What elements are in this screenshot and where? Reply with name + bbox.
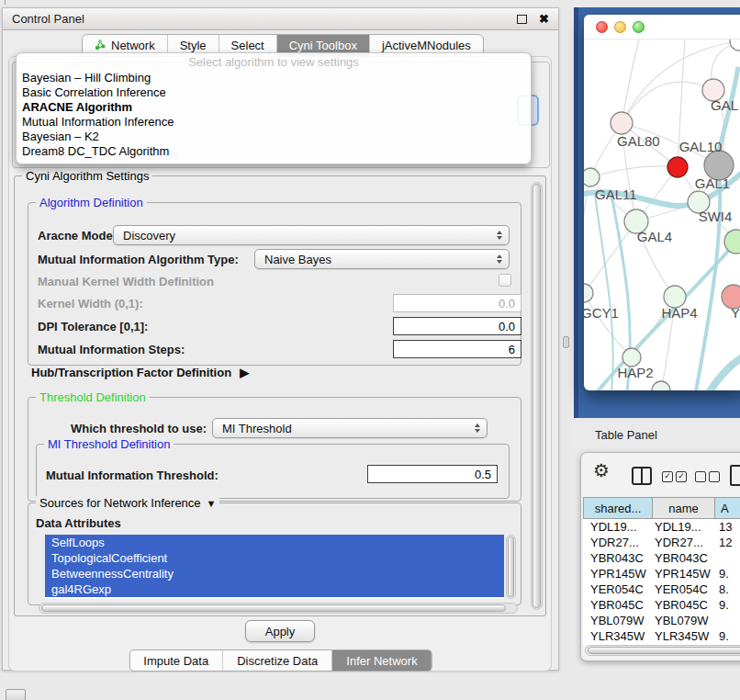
float-window-icon[interactable] [517,15,527,24]
algorithm-option-mutual-information-inference[interactable]: Mutual Information Inference [17,115,531,130]
network-icon [95,39,107,53]
mi-threshold-label: Mutual Information Threshold: [46,469,219,482]
network-edge[interactable] [590,166,678,177]
dpi-tolerance-value: 0.0 [499,320,515,333]
attribute-topologicalcoefficient[interactable]: TopologicalCoefficient [45,550,504,566]
network-node[interactable] [730,40,740,51]
table-horizontal-scrollbar[interactable] [585,645,740,656]
network-node-gcy1[interactable] [584,284,593,302]
tab-impute-data[interactable]: Impute Data [129,650,223,671]
dpi-tolerance-field[interactable]: 0.0 [393,317,521,335]
table-row[interactable]: YBR043CYBR043C [583,550,740,566]
settings-vertical-scrollbar-thumb[interactable] [533,184,541,608]
node-label-gcy1: GCY1 [584,305,619,321]
cyni-algorithm-settings-label: Cyni Algorithm Settings [22,169,152,183]
algorithm-option-bayesian-k2[interactable]: Bayesian – K2 [17,130,531,144]
network-edge[interactable] [622,82,713,123]
tab-label: Network [111,39,155,52]
apply-button[interactable]: Apply [245,620,315,642]
aracne-mode-combo[interactable]: Discovery [113,225,510,245]
zoom-traffic-light[interactable] [633,21,645,33]
algorithm-option-bayesian-hill-climbing[interactable]: Bayesian – Hill Climbing [17,71,531,85]
settings-vertical-scrollbar[interactable] [531,182,543,610]
network-node-hap2[interactable] [622,348,641,367]
export-table-icon[interactable] [730,465,740,486]
cell: 9. [715,629,729,643]
algorithm-option-dream8-dc-tdc-algorithm[interactable]: Dream8 DC_TDC Algorithm [17,144,531,159]
panel-splitter-handle[interactable] [563,336,569,348]
network-edge[interactable] [584,221,636,293]
attributes-scrollbar[interactable] [506,535,516,599]
table-panel-titlebar: Table Panel [570,418,740,452]
attribute-selfloops[interactable]: SelfLoops [45,535,504,550]
cell: 8. [715,582,729,596]
aracne-mode-value: Discovery [123,229,175,243]
attributes-scrollbar-thumb[interactable] [508,536,514,597]
select-checked-icon[interactable]: ✓ ✓ [662,471,687,482]
column-header-name[interactable]: name [653,497,715,519]
table-row[interactable]: YER054CYER054C8. [583,581,740,597]
attribute-betweennesscentrality[interactable]: BetweennessCentrality [45,566,504,581]
cell: YDL19... [653,520,715,534]
select-unchecked-icon[interactable] [695,471,720,482]
column-header-shared[interactable]: shared... [583,497,653,519]
table-row[interactable]: YBL079WYBL079W [583,613,740,628]
settings-horizontal-scrollbar[interactable] [39,603,518,614]
cell: YBR045C [653,598,715,612]
mi-algorithm-type-value: Naive Bayes [264,253,331,266]
tab-infer-network[interactable]: Infer Network [332,650,431,671]
table-rows: YDL19...YDL19...13YDR27...YDR27...12YBR0… [583,519,740,645]
which-threshold-combo[interactable]: MI Threshold [212,418,488,438]
table-row[interactable]: YDR27...YDR27...12 [583,535,740,550]
mi-steps-field[interactable]: 6 [393,340,521,358]
node-label-gal4: GAL4 [637,229,672,244]
network-edge[interactable] [595,195,613,390]
manual-kernel-width-checkbox[interactable] [499,274,511,287]
algorithm-dropdown-popup: Select algorithm to view settings Bayesi… [16,52,532,164]
kernel-width-value: 0.0 [499,297,515,310]
table-settings-gear-icon[interactable]: ⚙ [593,459,610,481]
algorithm-option-aracne-algorithm[interactable]: ARACNE Algorithm [17,100,531,115]
algorithm-option-basic-correlation-inference[interactable]: Basic Correlation Inference [17,85,531,100]
split-columns-icon[interactable] [632,467,652,485]
attribute-gal4rgexp[interactable]: gal4RGexp [45,581,504,597]
network-canvas[interactable]: GALGAL80GAL10GAL11GAL1SWI4GAL4GCY1HAP4YH… [584,40,740,390]
sources-title-text: Sources for Network Inference [39,496,201,510]
stepper-icon [475,423,480,433]
algorithm-definition-group: Algorithm Definition Aracne Mode: Discov… [28,202,521,366]
tab-discretize-data[interactable]: Discretize Data [223,650,332,671]
network-node[interactable] [652,381,670,390]
control-panel-titlebar: Control Panel ✖ [3,8,558,30]
table-horizontal-scrollbar-thumb[interactable] [588,647,740,654]
minimize-traffic-light[interactable] [614,21,626,33]
network-edge[interactable] [710,352,740,390]
kernel-width-label: Kernel Width (0,1): [38,297,143,310]
collapse-down-icon[interactable]: ▼ [207,498,217,509]
node-label-gal80: GAL80 [617,133,660,149]
settings-horizontal-scrollbar-thumb[interactable] [41,604,506,612]
cell: YBR045C [583,598,653,612]
dpi-tolerance-label: DPI Tolerance [0,1]: [38,320,148,333]
cell: YER054C [653,582,715,596]
network-edge[interactable] [584,293,632,357]
hub-definition-expander[interactable]: Hub/Transcription Factor Definition ▶ [31,366,249,379]
node-label-gal11: GAL11 [595,186,637,202]
mi-algorithm-type-label: Mutual Information Algorithm Type: [38,253,239,266]
which-threshold-label: Which threshold to use: [71,422,207,435]
mi-algorithm-type-combo[interactable]: Naive Bayes [254,249,510,269]
network-node-gal80[interactable] [611,112,633,134]
network-node[interactable] [667,157,688,177]
column-header-a[interactable]: A [715,497,740,519]
network-node-gal11[interactable] [584,168,600,186]
table-row[interactable]: YPR145WYPR145W9. [583,566,740,581]
table-row[interactable]: YBR045CYBR045C9. [583,597,740,613]
close-icon[interactable]: ✖ [539,13,549,25]
hub-definition-label: Hub/Transcription Factor Definition [31,366,231,379]
kernel-width-field[interactable]: 0.0 [393,294,521,312]
close-traffic-light[interactable] [596,21,608,33]
node-label-hap4: HAP4 [661,305,697,321]
mi-threshold-field[interactable]: 0.5 [367,465,498,483]
collapsed-panel-button[interactable] [6,689,26,700]
table-row[interactable]: YDL19...YDL19...13 [583,519,740,535]
table-row[interactable]: YLR345WYLR345W9. [583,628,740,644]
